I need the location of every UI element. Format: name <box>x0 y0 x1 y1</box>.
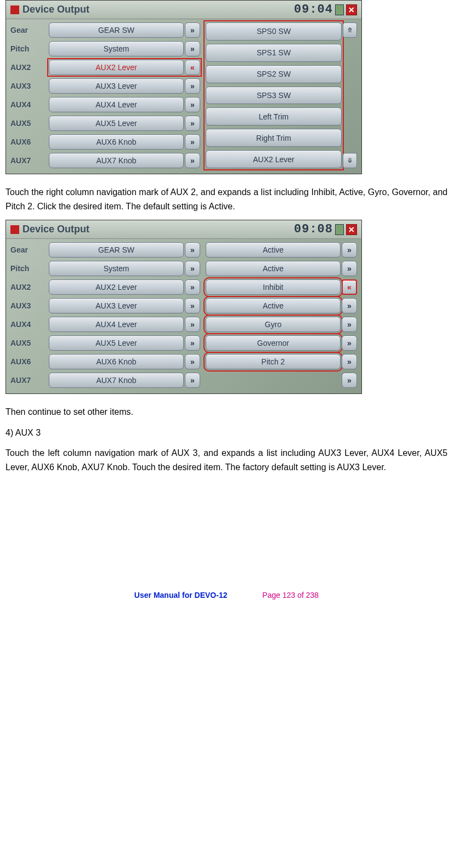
btn-aux4-lever[interactable]: AUX4 Lever <box>49 317 184 332</box>
battery-icon <box>335 4 344 15</box>
btn-system[interactable]: System <box>49 41 184 56</box>
nav-aux7[interactable]: » <box>185 153 200 168</box>
footer-page-number: Page 123 of 238 <box>262 591 319 599</box>
clock-display: 09:04 <box>294 3 333 16</box>
paragraph-aux2-desc: Touch the right column navigation mark o… <box>5 185 448 213</box>
window-title: Device Output <box>22 4 294 15</box>
nav-aux5[interactable]: » <box>185 335 200 351</box>
nav-aux5[interactable]: » <box>185 116 200 131</box>
nav-right-3[interactable]: » <box>342 298 357 313</box>
btn-aux5-lever[interactable]: AUX5 Lever <box>49 335 184 351</box>
nav-pitch[interactable]: » <box>185 261 200 276</box>
opt-pitch2[interactable]: Pitch 2 <box>206 354 341 369</box>
screenshot-device-output-2: Device Output 09:08 ✕ Gear Pitch AUX2 AU… <box>5 220 362 394</box>
opt-aux2-lever[interactable]: AUX2 Lever <box>206 150 342 168</box>
window-header: Device Output 09:08 ✕ <box>6 220 361 239</box>
opt-sps3-sw[interactable]: SPS3 SW <box>206 87 342 105</box>
label-pitch: Pitch <box>10 261 43 276</box>
close-icon[interactable]: ✕ <box>346 224 357 235</box>
nav-right-5[interactable]: » <box>342 335 357 351</box>
nav-aux2[interactable]: « <box>185 60 200 75</box>
nav-right-6[interactable]: » <box>342 354 357 369</box>
right-scroll-nav: ⤊ ⤋ <box>343 22 357 168</box>
opt-active[interactable]: Active <box>206 298 341 313</box>
btn-aux2-lever[interactable]: AUX2 Lever <box>49 279 184 295</box>
nav-aux2[interactable]: » <box>185 279 200 295</box>
nav-gear[interactable]: » <box>185 242 200 258</box>
label-aux3: AUX3 <box>10 298 43 313</box>
close-icon[interactable]: ✕ <box>346 4 357 15</box>
label-aux7: AUX7 <box>10 153 43 168</box>
btn-gear-sw[interactable]: GEAR SW <box>49 22 184 38</box>
label-aux4: AUX4 <box>10 97 43 112</box>
label-aux5: AUX5 <box>10 335 43 351</box>
nav-aux7[interactable]: » <box>185 373 200 388</box>
btn-aux7-knob[interactable]: AUX7 Knob <box>49 373 184 388</box>
paragraph-continue: Then continue to set other items. <box>5 405 448 419</box>
label-aux6: AUX6 <box>10 134 43 150</box>
nav-pitch[interactable]: » <box>185 41 200 56</box>
footer-manual-title: User Manual for DEVO-12 <box>134 591 228 599</box>
opt-sps2-sw[interactable]: SPS2 SW <box>206 65 342 83</box>
battery-icon <box>335 224 344 235</box>
nav-right-7[interactable]: » <box>342 373 357 388</box>
btn-aux5-lever[interactable]: AUX5 Lever <box>49 116 184 131</box>
label-aux3: AUX3 <box>10 78 43 94</box>
screenshot-device-output-1: Device Output 09:04 ✕ Gear Pitch AUX2 AU… <box>5 0 362 174</box>
window-title: Device Output <box>22 224 294 235</box>
label-aux2: AUX2 <box>10 60 43 75</box>
right-dropdown-list: SPS0 SW SPS1 SW SPS2 SW SPS3 SW Left Tri… <box>206 22 342 168</box>
opt-sps0-sw[interactable]: SPS0 SW <box>206 22 342 41</box>
nav-right-0[interactable]: » <box>342 242 357 258</box>
scroll-up-icon[interactable]: ⤊ <box>343 22 357 38</box>
clock-display: 09:08 <box>294 222 333 236</box>
nav-right-2[interactable]: « <box>342 279 357 295</box>
btn-active-gear[interactable]: Active <box>206 242 341 258</box>
label-aux5: AUX5 <box>10 116 43 131</box>
heading-aux3: 4) AUX 3 <box>5 426 448 440</box>
scroll-down-icon[interactable]: ⤋ <box>343 153 357 168</box>
label-aux2: AUX2 <box>10 279 43 295</box>
label-gear: Gear <box>10 22 43 38</box>
row-labels: Gear Pitch AUX2 AUX3 AUX4 AUX5 AUX6 AUX7 <box>10 22 43 168</box>
nav-aux3[interactable]: » <box>185 78 200 94</box>
nav-right-1[interactable]: » <box>342 261 357 276</box>
btn-aux7-knob[interactable]: AUX7 Knob <box>49 153 184 168</box>
nav-aux4[interactable]: » <box>185 317 200 332</box>
btn-aux3-lever[interactable]: AUX3 Lever <box>49 78 184 94</box>
nav-right-4[interactable]: » <box>342 317 357 332</box>
opt-right-trim[interactable]: Right Trim <box>206 129 342 147</box>
page-footer: User Manual for DEVO-12 Page 123 of 238 <box>5 481 448 610</box>
label-aux6: AUX6 <box>10 354 43 369</box>
opt-sps1-sw[interactable]: SPS1 SW <box>206 44 342 62</box>
btn-aux2-lever[interactable]: AUX2 Lever <box>49 60 184 75</box>
paragraph-aux3-desc: Touch the left column navigation mark of… <box>5 446 448 474</box>
btn-aux4-lever[interactable]: AUX4 Lever <box>49 97 184 112</box>
flag-icon <box>10 5 19 14</box>
right-button-column: Active» Active» Inhibit« Active» Gyro» G… <box>206 242 357 388</box>
opt-governor[interactable]: Governor <box>206 335 341 351</box>
btn-aux6-knob[interactable]: AUX6 Knob <box>49 354 184 369</box>
flag-icon <box>10 225 19 234</box>
btn-aux6-knob[interactable]: AUX6 Knob <box>49 134 184 150</box>
opt-left-trim[interactable]: Left Trim <box>206 107 342 125</box>
label-gear: Gear <box>10 242 43 258</box>
label-aux7: AUX7 <box>10 373 43 388</box>
nav-gear[interactable]: » <box>185 22 200 38</box>
nav-aux4[interactable]: » <box>185 97 200 112</box>
nav-aux6[interactable]: » <box>185 354 200 369</box>
opt-inhibit[interactable]: Inhibit <box>206 279 341 295</box>
window-header: Device Output 09:04 ✕ <box>6 1 361 19</box>
label-aux4: AUX4 <box>10 317 43 332</box>
opt-gyro[interactable]: Gyro <box>206 317 341 332</box>
nav-aux6[interactable]: » <box>185 134 200 150</box>
btn-active-pitch[interactable]: Active <box>206 261 341 276</box>
left-button-column: GEAR SW» System» AUX2 Lever« AUX3 Lever»… <box>49 22 200 168</box>
label-pitch: Pitch <box>10 41 43 56</box>
left-button-column: GEAR SW» System» AUX2 Lever» AUX3 Lever»… <box>49 242 200 388</box>
row-labels: Gear Pitch AUX2 AUX3 AUX4 AUX5 AUX6 AUX7 <box>10 242 43 388</box>
btn-gear-sw[interactable]: GEAR SW <box>49 242 184 258</box>
btn-system[interactable]: System <box>49 261 184 276</box>
btn-aux3-lever[interactable]: AUX3 Lever <box>49 298 184 313</box>
nav-aux3[interactable]: » <box>185 298 200 313</box>
